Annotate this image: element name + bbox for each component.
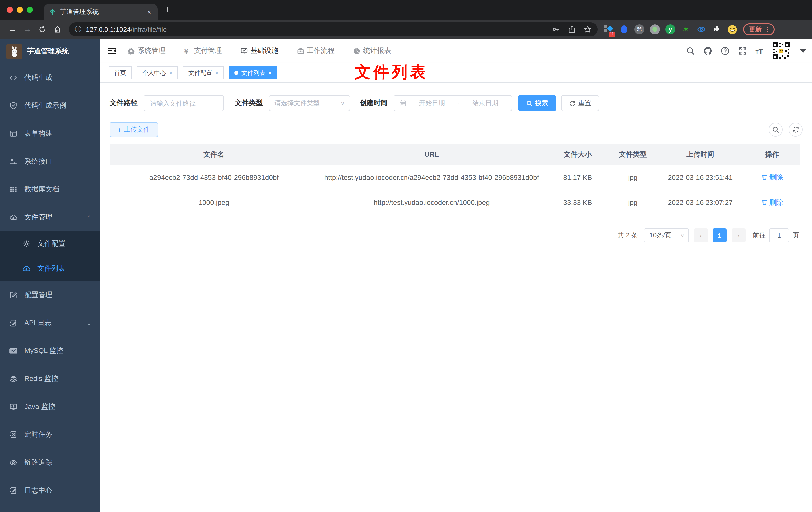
goto-page-input[interactable] [769,228,789,242]
sidebar-item-redis-monitor[interactable]: Redis 监控 [0,365,100,393]
share-icon[interactable] [568,25,576,33]
sidebar-item-system-api[interactable]: 系统接口 [0,148,100,176]
help-icon[interactable] [721,47,729,55]
shield-check-icon [9,102,18,110]
gear-icon [128,47,135,55]
delete-button[interactable]: 删除 [761,197,783,208]
upload-file-button[interactable]: + 上传文件 [110,122,158,137]
sidebar-item-code-demo[interactable]: 代码生成示例 [0,92,100,120]
sidebar-extension-icon[interactable]: 11 [604,24,613,34]
browser-update-button[interactable]: 更新 ⋮ [743,24,775,35]
emoji-extension-icon[interactable] [727,24,737,34]
url-text[interactable]: 127.0.0.1:1024/infra/file/file [86,26,552,33]
topnav-item-workflow[interactable]: 工作流程 [297,47,335,55]
tab-close-icon[interactable]: × [169,70,172,76]
chevron-down-icon: ∨ [680,233,684,238]
sidebar-item-log-center[interactable]: 日志中心 [0,477,100,505]
window-minimize-button[interactable] [17,7,23,13]
sidebar-item-trace[interactable]: 链路追踪 [0,449,100,477]
url-bar[interactable]: ⓘ 127.0.0.1:1024/infra/file/file [69,23,598,36]
y-extension-icon[interactable]: y [665,24,675,34]
total-count: 共 2 条 [618,231,638,240]
window-close-button[interactable] [7,7,13,13]
topnav-item-system[interactable]: 系统管理 [128,47,166,55]
browser-menu-icon[interactable]: ⋮ [764,26,771,33]
tab-file-list[interactable]: 文件列表 × [229,66,277,79]
sidebar-logo[interactable]: 芋道管理系统 [0,39,100,64]
refresh-table-icon[interactable] [788,123,803,137]
file-path-input[interactable] [144,95,224,111]
sidebar-item-code-generation[interactable]: 代码生成 [0,64,100,92]
table-row[interactable]: 1000.jpeg http://test.yudao.iocoder.cn/1… [110,190,800,215]
tab-close-icon[interactable]: × [146,8,153,16]
search-button[interactable]: 搜索 [518,95,556,111]
delete-button[interactable]: 删除 [761,172,783,182]
topnav-item-payment[interactable]: ¥ 支付管理 [184,47,222,55]
page-size-select[interactable]: 10条/页 ∨ [644,228,689,242]
toggle-search-icon[interactable] [768,123,783,137]
avatar-dropdown-caret-icon[interactable] [800,49,806,53]
table-grid-icon [9,185,18,193]
topnav-item-reports[interactable]: 统计报表 [353,47,391,55]
balloon-extension-icon[interactable] [619,24,629,34]
sidebar-item-form-builder[interactable]: 表单构建 [0,120,100,148]
goto-page: 前往 页 [753,228,799,242]
window-zoom-button[interactable] [27,7,33,13]
sidebar-item-file-config[interactable]: 文件配置 [0,231,100,256]
new-tab-button[interactable]: + [165,5,170,15]
prev-page-button[interactable]: ‹ [694,228,708,242]
site-info-icon[interactable]: ⓘ [75,25,81,34]
table-row[interactable]: a294ecb2-73dd-4353-bf40-296b8931d0bf htt… [110,165,800,190]
sidebar-item-scheduled-tasks[interactable]: 定时任务 [0,421,100,449]
collapse-sidebar-icon[interactable] [107,46,117,56]
file-path-input-field[interactable] [144,96,224,111]
sidebar-item-db-doc[interactable]: 数据库文档 [0,176,100,203]
date-range-picker[interactable]: 开始日期 - 结束日期 [394,95,512,111]
red-annotation-text: 文件列表 [355,61,429,83]
search-icon[interactable] [686,47,695,55]
tab-file-config[interactable]: 文件配置 × [183,66,224,79]
yen-icon: ¥ [184,47,192,55]
tab-close-icon[interactable]: × [215,70,219,76]
tab-profile[interactable]: 个人中心 × [137,66,178,79]
browser-toolbar: ← → ⓘ 127.0.0.1:1024/infra/file/file [0,20,812,39]
cloud-upload-icon [23,265,30,273]
command-extension-icon[interactable]: ⌘ [634,24,644,34]
reset-button[interactable]: 重置 [561,95,599,111]
bookmark-star-icon[interactable] [584,25,591,33]
file-type-select[interactable]: 请选择文件类型 ∨ [269,95,350,111]
chevron-up-icon: ⌃ [87,214,91,220]
star-extension-icon[interactable]: ✶ [681,24,691,34]
fullscreen-icon[interactable] [738,47,747,55]
favicon-plant-icon [49,8,56,16]
current-page-button[interactable]: 1 [713,228,727,242]
tab-close-icon[interactable]: × [268,70,271,76]
sidebar-item-config-management[interactable]: 配置管理 [0,281,100,309]
sidebar-item-api-log[interactable]: API 日志 ⌄ [0,309,100,337]
end-date-placeholder[interactable]: 结束日期 [464,99,507,108]
eye-extension-icon[interactable] [696,24,706,34]
next-page-button[interactable]: › [732,228,746,242]
back-icon[interactable]: ← [5,24,20,34]
reload-icon[interactable] [35,25,50,33]
tab-home[interactable]: 首页 [109,66,132,79]
forward-icon[interactable]: → [20,24,35,34]
avatar-qr-image[interactable] [772,41,790,60]
sidebar-menu: 代码生成 代码生成示例 表单构建 系统接口 [0,64,100,505]
dot-extension-icon[interactable] [650,24,660,34]
password-key-icon[interactable] [552,25,560,33]
edit-square-icon [9,291,18,299]
browser-tab[interactable]: 芋道管理系统 × [44,4,157,20]
font-size-icon[interactable]: TT [755,47,763,55]
topnav-item-infrastructure[interactable]: 基础设施 [240,47,278,55]
sidebar-item-mysql-monitor[interactable]: MySQL 监控 [0,337,100,365]
eye-icon [9,459,18,466]
sidebar-item-file-list[interactable]: 文件列表 [0,256,100,281]
sidebar-item-java-monitor[interactable]: Java 监控 [0,393,100,421]
sidebar-item-file-management[interactable]: 文件管理 ⌃ [0,203,100,231]
cell-url: http://test.yudao.iocoder.cn/a294ecb2-73… [318,165,545,189]
home-icon[interactable] [50,25,65,33]
start-date-placeholder[interactable]: 开始日期 [410,99,454,108]
puzzle-extension-icon[interactable] [712,24,722,34]
github-icon[interactable] [703,47,712,55]
